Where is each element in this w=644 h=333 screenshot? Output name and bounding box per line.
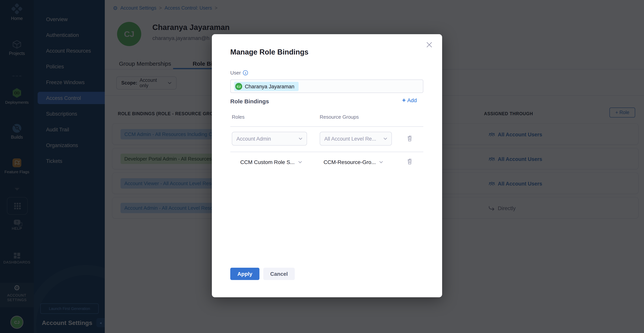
resource-group-select[interactable]: CCM-Resource-Gro... <box>324 156 383 169</box>
add-role-binding-button[interactable]: + Add <box>402 97 417 103</box>
user-input[interactable]: CJ Charanya Jayaraman <box>230 80 423 93</box>
chevron-down-icon <box>298 138 302 140</box>
role-bindings-section-title: Role Bindings <box>230 98 269 105</box>
info-icon[interactable]: i <box>243 70 248 75</box>
role-select[interactable]: Account Admin <box>232 132 307 146</box>
divider <box>230 126 423 127</box>
cancel-button[interactable]: Cancel <box>263 268 295 280</box>
chevron-down-icon <box>298 161 302 163</box>
resource-groups-column-label: Resource Groups <box>320 114 359 120</box>
user-field-label: User <box>230 70 241 76</box>
user-field-label-row: User i <box>230 70 248 76</box>
role-select[interactable]: CCM Custom Role S... <box>240 156 302 169</box>
chevron-down-icon <box>379 161 383 163</box>
apply-button[interactable]: Apply <box>230 268 260 280</box>
manage-role-bindings-modal: Manage Role Bindings User i CJ Charanya … <box>212 34 442 297</box>
modal-title: Manage Role Bindings <box>230 48 308 57</box>
delete-binding-icon[interactable] <box>407 135 412 143</box>
user-chip[interactable]: CJ Charanya Jayaraman <box>234 82 298 91</box>
divider <box>230 152 423 152</box>
resource-group-select[interactable]: All Account Level Re... <box>320 132 392 146</box>
chevron-down-icon <box>384 138 387 140</box>
chip-avatar: CJ <box>235 83 242 90</box>
close-icon[interactable] <box>426 42 432 49</box>
chip-name: Charanya Jayaraman <box>245 84 294 89</box>
roles-column-label: Roles <box>232 114 245 120</box>
app-window: ⚙ Account Settings > Access Control: Use… <box>0 0 644 333</box>
plus-icon: + <box>402 97 406 103</box>
delete-binding-icon[interactable] <box>407 158 412 166</box>
